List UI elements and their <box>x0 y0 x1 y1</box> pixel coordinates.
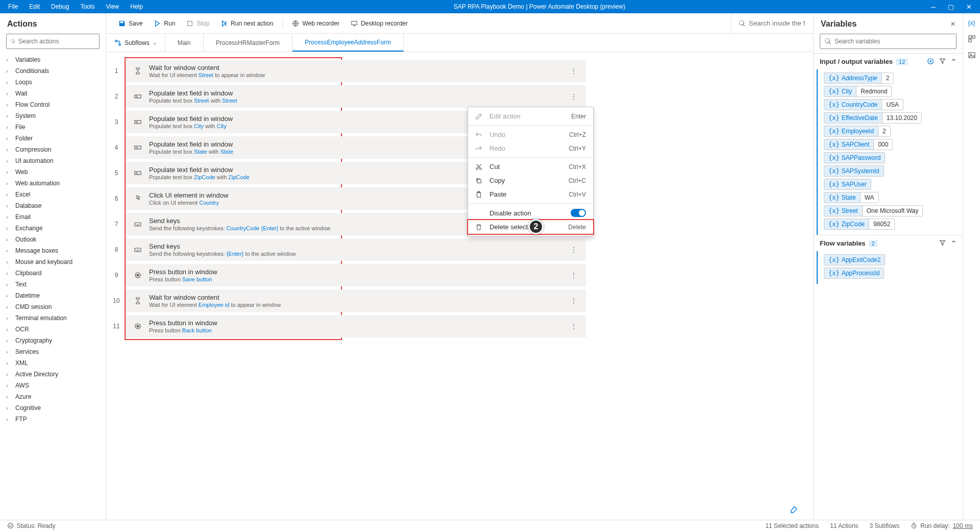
action-category[interactable]: ›Outlook <box>2 234 104 245</box>
action-category[interactable]: ›Conditionals <box>2 65 104 77</box>
action-category[interactable]: ›Services <box>2 346 104 357</box>
menu-edit[interactable]: Edit <box>24 1 45 12</box>
search-variables-input[interactable] <box>835 38 952 45</box>
action-category[interactable]: ›Email <box>2 211 104 223</box>
flow-step[interactable]: 1Wait for window contentWait for UI elem… <box>107 58 586 84</box>
step-more-button[interactable]: ⋮ <box>568 93 580 100</box>
menu-tools[interactable]: Tools <box>75 1 100 12</box>
action-category[interactable]: ›UI automation <box>2 155 104 166</box>
step-more-button[interactable]: ⋮ <box>568 323 580 330</box>
action-category[interactable]: ›Message boxes <box>2 245 104 256</box>
variable-row[interactable]: {x}CountryCodeUSA <box>824 99 957 110</box>
flow-step[interactable]: 10Wait for window contentWait for UI ele… <box>107 288 586 313</box>
tab-processemployeeaddressform[interactable]: ProcessEmployeeAddressForm <box>292 34 404 52</box>
action-category[interactable]: ›Web <box>2 166 104 178</box>
action-category[interactable]: ›Cryptography <box>2 335 104 346</box>
action-category[interactable]: ›Loops <box>2 77 104 88</box>
action-category[interactable]: ›Cognitive <box>2 402 104 414</box>
close-button[interactable]: ✕ <box>966 3 972 11</box>
variable-row[interactable]: {x}SAPSystemId <box>824 165 957 177</box>
cm-paste[interactable]: PasteCtrl+V <box>468 187 593 201</box>
action-category[interactable]: ›Terminal emulation <box>2 312 104 324</box>
search-flow-box[interactable] <box>731 13 805 33</box>
action-category[interactable]: ›XML <box>2 357 104 369</box>
action-category[interactable]: ›Wait <box>2 88 104 99</box>
add-variable-button[interactable] <box>927 58 934 65</box>
action-category[interactable]: ›OCR <box>2 324 104 335</box>
filter-button[interactable] <box>939 58 946 65</box>
variables-tab-icon[interactable]: {x} <box>968 19 975 27</box>
variable-row[interactable]: {x}AddressType2 <box>824 73 957 84</box>
action-category[interactable]: ›Active Directory <box>2 369 104 380</box>
variable-row[interactable]: {x}AppProcessId <box>824 268 957 279</box>
action-category[interactable]: ›System <box>2 110 104 122</box>
action-category[interactable]: ›Azure <box>2 391 104 402</box>
flow-step[interactable]: 2Populate text field in windowPopulate t… <box>107 84 586 109</box>
variable-row[interactable]: {x}ZipCode98052 <box>824 219 957 230</box>
save-button[interactable]: Save <box>114 18 146 29</box>
action-category[interactable]: ›File <box>2 122 104 133</box>
cm-copy[interactable]: CopyCtrl+C <box>468 174 593 187</box>
variable-row[interactable]: {x}StreetOne Microsoft Way <box>824 205 957 216</box>
cm-delete-selection[interactable]: Delete selectionDelete 2 <box>468 220 593 234</box>
action-category[interactable]: ›Mouse and keyboard <box>2 256 104 268</box>
action-category[interactable]: ›FTP <box>2 414 104 425</box>
tab-processhrmasterform[interactable]: ProcessHRMasterForm <box>204 34 292 52</box>
cm-cut[interactable]: CutCtrl+X <box>468 160 593 174</box>
menu-help[interactable]: Help <box>125 1 148 12</box>
desktop-recorder-button[interactable]: Desktop recorder <box>347 18 412 29</box>
action-category[interactable]: ›Flow Control <box>2 99 104 110</box>
step-more-button[interactable]: ⋮ <box>568 246 580 253</box>
flow-canvas[interactable]: 1 1Wait for window contentWait for UI el… <box>106 52 813 520</box>
search-actions-box[interactable] <box>6 34 100 49</box>
run-button[interactable]: Run <box>150 18 179 29</box>
action-category[interactable]: ›Database <box>2 200 104 211</box>
close-variables-button[interactable]: ✕ <box>950 20 955 28</box>
search-flow-input[interactable] <box>749 19 805 27</box>
variable-row[interactable]: {x}SAPPassword <box>824 152 957 163</box>
action-category[interactable]: ›Compression <box>2 144 104 155</box>
action-category[interactable]: ›AWS <box>2 380 104 391</box>
action-category[interactable]: ›Variables <box>2 54 104 65</box>
menu-view[interactable]: View <box>101 1 124 12</box>
web-recorder-button[interactable]: Web recorder <box>288 18 343 29</box>
flow-variables-header[interactable]: Flow variables2 ⌃ <box>814 235 963 251</box>
ui-elements-tab-icon[interactable] <box>968 35 976 43</box>
flow-step[interactable]: 11Press button in windowPress button Bac… <box>107 313 586 339</box>
search-actions-input[interactable] <box>18 38 95 45</box>
flow-step[interactable]: 9Press button in windowPress button Save… <box>107 262 586 288</box>
action-category[interactable]: ›Text <box>2 279 104 290</box>
subflows-dropdown[interactable]: Subflows ⌄ <box>106 34 165 52</box>
variable-row[interactable]: {x}StateWA <box>824 192 957 203</box>
step-more-button[interactable]: ⋮ <box>568 272 580 279</box>
action-category[interactable]: ›Clipboard <box>2 268 104 279</box>
run-next-button[interactable]: Run next action <box>216 18 277 29</box>
tab-main[interactable]: Main <box>165 34 204 52</box>
variable-row[interactable]: {x}SAPClient000 <box>824 139 957 150</box>
variable-row[interactable]: {x}SAPUser <box>824 179 957 190</box>
action-category[interactable]: ›Exchange <box>2 223 104 234</box>
maximize-button[interactable]: ▢ <box>948 3 954 11</box>
action-category[interactable]: ›CMD session <box>2 301 104 312</box>
minimize-button[interactable]: ─ <box>931 3 936 11</box>
collapse-button[interactable]: ⌃ <box>951 58 957 65</box>
io-variables-header[interactable]: Input / output variables12 ⌃ <box>814 54 963 69</box>
collapse-button[interactable]: ⌃ <box>951 239 957 247</box>
action-category[interactable]: ›Web automation <box>2 178 104 189</box>
images-tab-icon[interactable] <box>968 51 976 59</box>
menu-file[interactable]: File <box>3 1 23 12</box>
variable-row[interactable]: {x}EffectiveDate13.10.2020 <box>824 112 957 124</box>
search-variables-box[interactable] <box>820 34 957 49</box>
filter-button[interactable] <box>939 239 946 247</box>
cm-disable-action[interactable]: Disable action <box>468 206 593 220</box>
menu-debug[interactable]: Debug <box>46 1 74 12</box>
action-category[interactable]: ›Folder <box>2 133 104 144</box>
variable-row[interactable]: {x}EmployeeId2 <box>824 126 957 137</box>
action-category[interactable]: ›Excel <box>2 189 104 200</box>
action-category[interactable]: ›Datetime <box>2 290 104 301</box>
step-more-button[interactable]: ⋮ <box>568 67 580 75</box>
toggle-switch[interactable] <box>571 209 586 217</box>
variable-row[interactable]: {x}AppExitCode2 <box>824 254 957 266</box>
step-more-button[interactable]: ⋮ <box>568 297 580 304</box>
variable-row[interactable]: {x}CityRedmond <box>824 86 957 97</box>
